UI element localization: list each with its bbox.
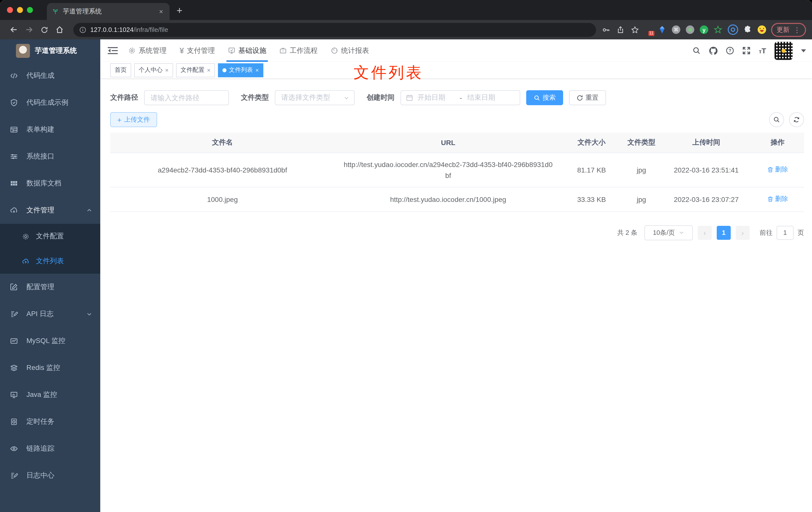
refresh-table-button[interactable]	[789, 112, 804, 127]
extension-command-icon[interactable]: ⌘	[672, 25, 680, 34]
sidebar-collapse-icon[interactable]	[108, 47, 118, 55]
font-size-icon[interactable]: тT	[759, 47, 766, 55]
delete-button[interactable]: 删除	[767, 193, 788, 204]
date-range-picker[interactable]: 开始日期 - 结束日期	[401, 90, 520, 105]
calendar-icon	[406, 94, 413, 101]
prev-page-button[interactable]: ‹	[698, 225, 712, 240]
sidebar-item-file-list[interactable]: 文件列表	[0, 249, 100, 274]
nav-item-infrastructure[interactable]: 基础设施	[222, 39, 273, 62]
nav-item-workflow[interactable]: 工作流程	[273, 39, 324, 62]
new-tab-button[interactable]: +	[177, 4, 182, 17]
toggle-search-button[interactable]	[769, 112, 784, 127]
sidebar-item-db-doc[interactable]: 数据库文档	[0, 170, 100, 197]
file-path-input[interactable]	[144, 90, 229, 105]
sidebar-item-file-config[interactable]: 文件配置	[0, 224, 100, 249]
extension-y-icon[interactable]: y	[700, 25, 708, 34]
app-root: 芋道管理系统 代码生成 代码生成示例 表单构建 系统接口	[0, 39, 812, 512]
close-window-button[interactable]	[7, 7, 13, 13]
home-icon[interactable]	[55, 25, 64, 34]
chevron-down-icon	[86, 311, 92, 317]
upload-file-button[interactable]: + 上传文件	[110, 112, 157, 127]
reload-icon[interactable]	[40, 26, 48, 34]
zoom-window-button[interactable]	[27, 7, 33, 13]
sidebar-item-api-log[interactable]: API 日志	[0, 301, 100, 328]
passwords-key-icon[interactable]	[602, 26, 610, 34]
app-header: 系统管理 ¥ 支付管理 基础设施 工作流程	[100, 39, 812, 62]
app-title: 芋道管理系统	[35, 47, 77, 55]
forward-icon[interactable]	[25, 25, 33, 34]
tag-file-config[interactable]: 文件配置 ×	[176, 63, 215, 77]
active-dot	[223, 68, 227, 72]
extension-camera-icon[interactable]	[686, 25, 694, 34]
cell-upload-time: 2022-03-16 23:51:41	[661, 153, 751, 187]
close-icon[interactable]: ×	[255, 66, 259, 73]
sidebar-item-file-management[interactable]: 文件管理	[0, 197, 100, 224]
fullscreen-icon[interactable]	[743, 47, 751, 55]
extensions-puzzle-icon[interactable]	[744, 25, 752, 34]
start-date-placeholder[interactable]: 开始日期	[417, 93, 454, 102]
sidebar-item-mysql-monitor[interactable]: MySQL 监控	[0, 328, 100, 355]
file-table: 文件名 URL 文件大小 文件类型 上传时间 操作 a294ecb2-73dd-…	[110, 132, 804, 212]
back-icon[interactable]	[9, 25, 18, 34]
search-button[interactable]: 搜索	[526, 90, 563, 105]
page-1-button[interactable]: 1	[717, 225, 731, 240]
eye-icon	[10, 445, 18, 453]
close-icon[interactable]: ×	[207, 66, 210, 73]
github-icon[interactable]	[709, 46, 718, 55]
sidebar-item-java-monitor[interactable]: Java 监控	[0, 381, 100, 408]
sidebar-item-trace[interactable]: 链路追踪	[0, 435, 100, 462]
address-bar[interactable]: 127.0.0.1:1024/infra/file/file	[73, 23, 596, 37]
site-info-icon[interactable]	[79, 26, 86, 33]
user-avatar-qr[interactable]	[774, 41, 793, 60]
goto-label: 前往	[760, 228, 773, 237]
sidebar-item-codegen-example[interactable]: 代码生成示例	[0, 89, 100, 116]
sidebar-item-log-center[interactable]: 日志中心	[0, 462, 100, 489]
close-icon[interactable]: ×	[165, 66, 169, 73]
goto-page-input[interactable]	[777, 225, 793, 240]
sidebar-logo[interactable]: 芋道管理系统	[0, 39, 100, 62]
tag-view-bar: 首页 个人中心 × 文件配置 × 文件列表 ×	[100, 62, 812, 78]
nav-item-payment-management[interactable]: ¥ 支付管理	[173, 39, 222, 62]
share-icon[interactable]	[616, 26, 625, 34]
sliders-icon	[10, 153, 18, 160]
avatar-caret-icon[interactable]	[801, 49, 806, 52]
tag-home[interactable]: 首页	[110, 63, 131, 77]
browser-update-button[interactable]: 更新 ⋮	[771, 23, 806, 37]
nav-item-statistics-report[interactable]: 统计报表	[324, 39, 376, 62]
sidebar-item-system-api[interactable]: 系统接口	[0, 143, 100, 170]
search-icon[interactable]	[693, 47, 701, 55]
tag-profile[interactable]: 个人中心 ×	[134, 63, 173, 77]
tag-file-list[interactable]: 文件列表 ×	[218, 63, 263, 77]
sidebar-item-config-management[interactable]: 配置管理	[0, 274, 100, 301]
total-count: 共 2 条	[617, 228, 637, 237]
form-icon	[10, 126, 18, 133]
sidebar-item-scheduled-task[interactable]: 定时任务	[0, 408, 100, 435]
tab-close-icon[interactable]: ×	[157, 7, 165, 16]
extension-gem-icon[interactable]	[658, 25, 666, 34]
refresh-icon	[793, 116, 800, 123]
monitor-icon	[10, 391, 18, 399]
browser-tab[interactable]: 芋道管理系统 ×	[47, 3, 170, 20]
extension-rings-icon[interactable]	[728, 24, 738, 35]
browser-menu-dots-icon[interactable]: ⋮	[793, 26, 801, 34]
chevron-up-icon	[86, 207, 92, 213]
chart-icon	[10, 337, 18, 345]
reset-button[interactable]: 重置	[569, 90, 606, 105]
window-controls[interactable]	[7, 7, 33, 13]
extension-green-star-icon[interactable]	[714, 25, 722, 34]
end-date-placeholder[interactable]: 结束日期	[467, 93, 504, 102]
next-page-button[interactable]: ›	[736, 225, 750, 240]
file-type-select[interactable]: 请选择文件类型	[275, 90, 355, 105]
extension-emoji-icon[interactable]	[758, 25, 766, 34]
trash-icon	[767, 167, 774, 173]
nav-item-system-management[interactable]: 系统管理	[122, 39, 173, 62]
sidebar-item-code-generation[interactable]: 代码生成	[0, 62, 100, 89]
help-icon[interactable]: ?	[726, 47, 734, 55]
delete-button[interactable]: 删除	[767, 164, 788, 175]
page-size-select[interactable]: 10条/页	[644, 225, 693, 240]
bookmark-star-icon[interactable]	[631, 26, 639, 34]
minimize-window-button[interactable]	[17, 7, 23, 13]
sidebar-item-form-builder[interactable]: 表单构建	[0, 116, 100, 143]
extension-diamond-icon[interactable]: 11	[644, 25, 652, 34]
sidebar-item-redis-monitor[interactable]: Redis 监控	[0, 355, 100, 381]
